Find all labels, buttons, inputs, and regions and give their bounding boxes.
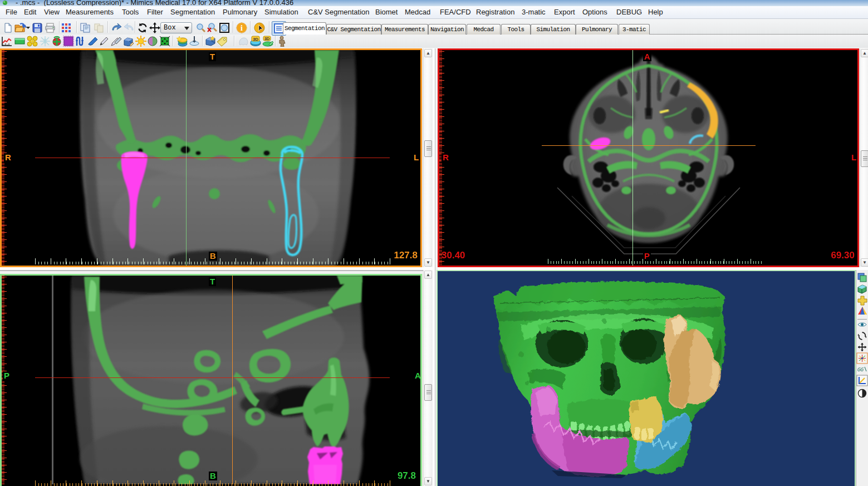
svg-text:66: 66 <box>857 366 864 372</box>
svg-text:i: i <box>241 24 243 32</box>
svg-text:3D: 3D <box>253 37 258 42</box>
svg-text:3D: 3D <box>264 36 270 41</box>
